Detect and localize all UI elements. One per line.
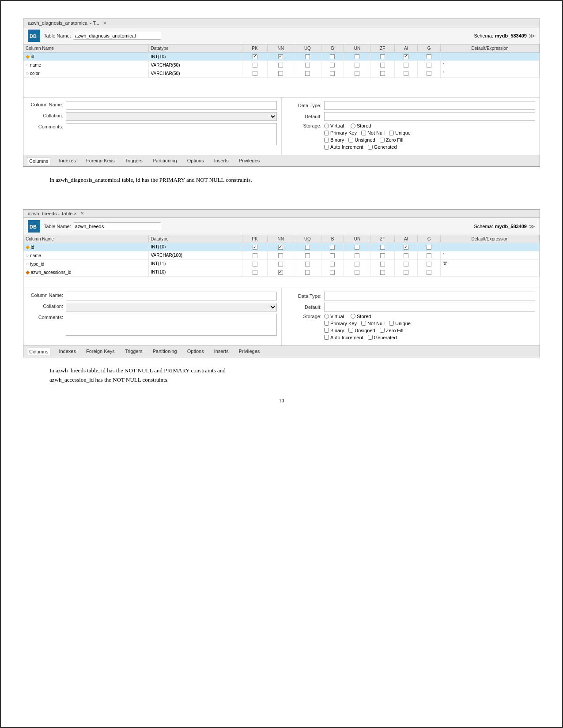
panel1-generated-checkbox[interactable] <box>368 145 373 150</box>
panel1-zerofill-checkbox[interactable] <box>380 138 385 143</box>
col-flag-pk[interactable] <box>242 259 267 268</box>
panel1-ai-checkbox[interactable] <box>324 145 329 150</box>
col-flag-g[interactable] <box>418 268 441 276</box>
panel2-ai-checkbox[interactable] <box>324 335 329 340</box>
table-row[interactable]: ○ colorVARCHAR(50)' <box>23 69 540 78</box>
col-flag-ai[interactable] <box>395 259 418 268</box>
panel2-generated-checkbox[interactable] <box>368 335 373 340</box>
col-flag-un[interactable] <box>344 69 370 78</box>
panel2-default-input[interactable] <box>324 303 535 311</box>
panel1-tab-triggers[interactable]: Triggers <box>123 157 144 165</box>
col-flag-b[interactable] <box>321 259 344 268</box>
col-flag-uq[interactable] <box>294 243 321 251</box>
panel1-tab-foreignkeys[interactable]: Foreign Keys <box>84 157 117 165</box>
col-flag-pk[interactable] <box>242 268 267 276</box>
table-row[interactable]: ○ nameVARCHAR(100)' <box>23 251 540 259</box>
panel1-tab-indexes[interactable]: Indexes <box>57 157 78 165</box>
panel1-binary-checkbox[interactable] <box>324 138 329 143</box>
panel2-pk-checkbox[interactable] <box>324 321 329 326</box>
col-flag-ai[interactable] <box>395 69 418 78</box>
panel2-tablename-input[interactable] <box>73 222 161 230</box>
col-flag-b[interactable] <box>321 69 344 78</box>
col-flag-g[interactable] <box>418 243 441 251</box>
panel2-nn-checkbox[interactable] <box>361 321 366 326</box>
col-flag-nn[interactable] <box>268 69 294 78</box>
panel2-tab-foreignkeys[interactable]: Foreign Keys <box>84 348 117 355</box>
col-flag-g[interactable] <box>418 251 441 259</box>
panel2-unique-checkbox[interactable] <box>389 321 394 326</box>
panel2-tab-indexes[interactable]: Indexes <box>57 348 78 355</box>
col-flag-uq[interactable] <box>294 61 321 69</box>
panel1-pk-checkbox[interactable] <box>324 131 329 135</box>
panel1-stored-radio[interactable] <box>351 124 355 128</box>
col-flag-g[interactable] <box>418 69 441 78</box>
col-flag-ai[interactable] <box>395 61 418 69</box>
col-flag-nn[interactable] <box>268 61 294 69</box>
col-flag-zf[interactable] <box>370 53 395 61</box>
panel2-colname-input[interactable] <box>66 292 277 300</box>
col-flag-b[interactable] <box>321 243 344 251</box>
col-flag-zf[interactable] <box>370 259 395 268</box>
col-flag-ai[interactable] <box>395 251 418 259</box>
panel1-tab-inserts[interactable]: Inserts <box>212 157 230 165</box>
panel2-close-icon[interactable]: ✕ <box>80 211 84 216</box>
col-flag-pk[interactable] <box>242 53 267 61</box>
panel1-unsigned-checkbox[interactable] <box>348 138 353 143</box>
col-flag-nn[interactable] <box>268 243 294 251</box>
table-row[interactable]: ○ nameVARCHAR(50)' <box>23 61 540 69</box>
col-flag-uq[interactable] <box>294 268 321 276</box>
panel1-tab-options[interactable]: Options <box>185 157 206 165</box>
col-flag-ai[interactable] <box>395 268 418 276</box>
panel1-close-icon[interactable]: ✕ <box>103 21 106 26</box>
col-flag-zf[interactable] <box>370 268 395 276</box>
panel2-tab-columns[interactable]: Columns <box>27 348 50 355</box>
panel1-tab-privileges[interactable]: Privileges <box>237 157 262 165</box>
panel1-collation-select[interactable] <box>66 112 277 121</box>
col-flag-g[interactable] <box>418 53 441 61</box>
panel2-tab-inserts[interactable]: Inserts <box>212 348 230 355</box>
panel2-tab-privileges[interactable]: Privileges <box>237 348 262 355</box>
panel1-tab-columns[interactable]: Columns <box>27 157 50 165</box>
col-flag-un[interactable] <box>344 61 370 69</box>
panel2-tab-partitioning[interactable]: Partitioning <box>151 348 179 355</box>
col-flag-ai[interactable] <box>395 53 418 61</box>
panel2-collation-select[interactable] <box>66 303 277 311</box>
panel2-comments-textarea[interactable] <box>66 314 277 336</box>
panel2-zerofill-checkbox[interactable] <box>380 328 385 333</box>
table-row[interactable]: ◆ idINT(10) <box>23 243 540 251</box>
col-flag-ai[interactable] <box>395 243 418 251</box>
panel1-virtual-radio[interactable] <box>324 124 329 128</box>
col-flag-pk[interactable] <box>242 251 267 259</box>
panel1-colname-input[interactable] <box>66 101 277 110</box>
col-flag-zf[interactable] <box>370 243 395 251</box>
col-flag-zf[interactable] <box>370 69 395 78</box>
panel1-datatype-input[interactable] <box>324 101 535 110</box>
col-flag-uq[interactable] <box>294 69 321 78</box>
col-flag-pk[interactable] <box>242 69 267 78</box>
panel1-tab-partitioning[interactable]: Partitioning <box>151 157 179 165</box>
table-row[interactable]: ◆ idINT(10) <box>23 53 540 61</box>
col-flag-pk[interactable] <box>242 61 267 69</box>
panel2-tab-triggers[interactable]: Triggers <box>123 348 144 355</box>
col-flag-uq[interactable] <box>294 259 321 268</box>
panel1-unique-checkbox[interactable] <box>389 131 394 135</box>
col-flag-uq[interactable] <box>294 251 321 259</box>
panel2-binary-checkbox[interactable] <box>324 328 329 333</box>
col-flag-un[interactable] <box>344 268 370 276</box>
col-flag-b[interactable] <box>321 268 344 276</box>
panel2-stored-radio[interactable] <box>351 314 355 319</box>
col-flag-zf[interactable] <box>370 61 395 69</box>
col-flag-un[interactable] <box>344 243 370 251</box>
col-flag-b[interactable] <box>321 251 344 259</box>
panel2-tab[interactable]: azwh_breeds - Table × ✕ <box>23 210 540 218</box>
col-flag-nn[interactable] <box>268 268 294 276</box>
col-flag-nn[interactable] <box>268 259 294 268</box>
panel1-tab[interactable]: azwh_diagnosis_anatomical - T... ✕ <box>23 19 540 27</box>
table-row[interactable]: ○ type_idINT(11)'0' <box>23 259 540 268</box>
col-flag-zf[interactable] <box>370 251 395 259</box>
col-flag-g[interactable] <box>418 61 441 69</box>
col-flag-b[interactable] <box>321 53 344 61</box>
col-flag-b[interactable] <box>321 61 344 69</box>
col-flag-uq[interactable] <box>294 53 321 61</box>
panel1-comments-textarea[interactable] <box>66 123 277 145</box>
